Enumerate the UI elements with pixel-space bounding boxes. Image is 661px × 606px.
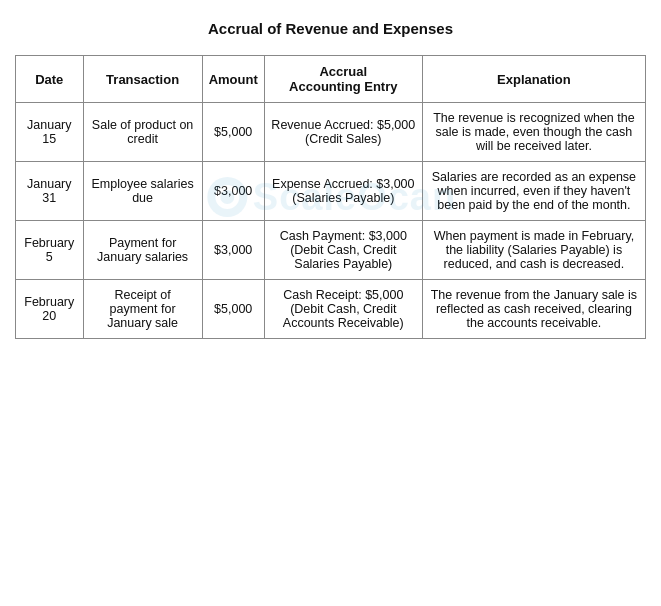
cell-accrual: Revenue Accrued: $5,000 (Credit Sales) — [264, 103, 422, 162]
cell-transaction: Sale of product on credit — [83, 103, 202, 162]
cell-amount: $5,000 — [202, 103, 264, 162]
col-header-accrual: AccrualAccounting Entry — [264, 56, 422, 103]
page-title: Accrual of Revenue and Expenses — [15, 20, 646, 37]
table-row: February 5Payment for January salaries$3… — [16, 221, 646, 280]
col-header-explanation: Explanation — [422, 56, 645, 103]
cell-amount: $3,000 — [202, 221, 264, 280]
cell-amount: $3,000 — [202, 162, 264, 221]
col-header-amount: Amount — [202, 56, 264, 103]
cell-explanation: The revenue from the January sale is ref… — [422, 280, 645, 339]
cell-date: February 20 — [16, 280, 84, 339]
cell-transaction: Employee salaries due — [83, 162, 202, 221]
table-row: January 15Sale of product on credit$5,00… — [16, 103, 646, 162]
cell-date: February 5 — [16, 221, 84, 280]
cell-amount: $5,000 — [202, 280, 264, 339]
cell-accrual: Cash Receipt: $5,000 (Debit Cash, Credit… — [264, 280, 422, 339]
col-header-date: Date — [16, 56, 84, 103]
cell-accrual: Expense Accrued: $3,000 (Salaries Payabl… — [264, 162, 422, 221]
cell-accrual: Cash Payment: $3,000 (Debit Cash, Credit… — [264, 221, 422, 280]
accrual-table: Date Transaction Amount AccrualAccountin… — [15, 55, 646, 339]
cell-explanation: When payment is made in February, the li… — [422, 221, 645, 280]
cell-explanation: Salaries are recorded as an expense when… — [422, 162, 645, 221]
table-row: February 20Receipt of payment for Januar… — [16, 280, 646, 339]
cell-explanation: The revenue is recognized when the sale … — [422, 103, 645, 162]
table-row: January 31Employee salaries due$3,000Exp… — [16, 162, 646, 221]
cell-transaction: Payment for January salaries — [83, 221, 202, 280]
cell-transaction: Receipt of payment for January sale — [83, 280, 202, 339]
cell-date: January 15 — [16, 103, 84, 162]
cell-date: January 31 — [16, 162, 84, 221]
col-header-transaction: Transaction — [83, 56, 202, 103]
